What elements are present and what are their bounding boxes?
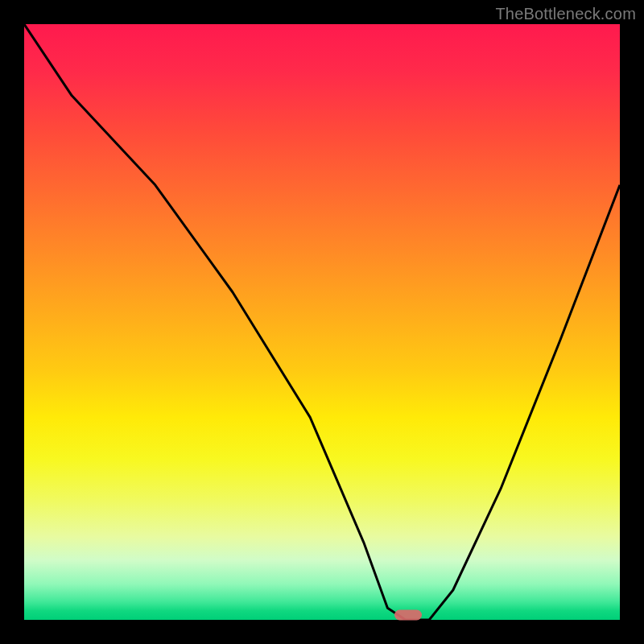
chart-frame: TheBottleneck.com [0,0,644,644]
bottleneck-curve [24,24,620,620]
watermark-text: TheBottleneck.com [495,5,636,23]
optimal-marker [394,610,422,621]
curve-layer [24,24,620,620]
plot-area [24,24,620,620]
